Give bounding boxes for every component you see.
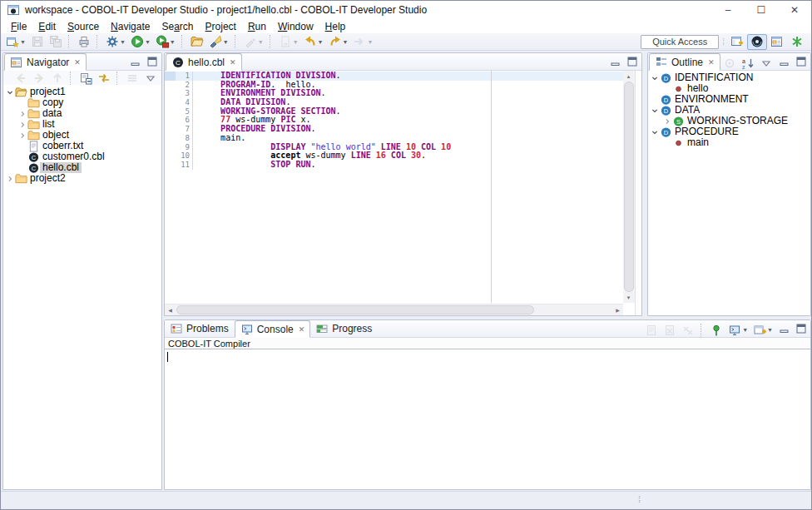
remove-launch-button[interactable] <box>661 322 679 338</box>
close-button[interactable]: ✕ <box>778 1 811 19</box>
scroll-down-icon[interactable]: ▼ <box>623 292 634 303</box>
forward-button[interactable] <box>30 72 48 85</box>
marker-bar[interactable] <box>165 125 176 134</box>
tab-outline[interactable]: Outline ✕ <box>649 53 720 71</box>
console-output[interactable] <box>165 350 810 489</box>
print-button[interactable] <box>75 34 93 50</box>
marker-bar[interactable] <box>165 81 176 90</box>
open-console-button[interactable]: ▼ <box>750 322 775 338</box>
marker-bar[interactable] <box>165 116 176 125</box>
menu-file[interactable]: File <box>5 20 32 33</box>
close-tab-icon[interactable]: ✕ <box>72 58 81 67</box>
dropdown-arrow-icon[interactable]: ▼ <box>170 39 176 45</box>
pin-console-button[interactable] <box>707 322 725 338</box>
open-perspective-button[interactable] <box>727 34 747 50</box>
code-line-11[interactable]: 11 STOP RUN. <box>165 161 623 170</box>
menu-window[interactable]: Window <box>272 20 319 33</box>
last-edit-location-button[interactable]: ▼ <box>350 34 375 50</box>
view-menu-button[interactable] <box>141 72 160 85</box>
new-button[interactable]: ▼ <box>3 34 28 50</box>
menu-search[interactable]: Search <box>156 20 199 33</box>
minimize-view-button[interactable] <box>128 55 143 68</box>
marker-bar[interactable] <box>165 143 176 152</box>
tree-chevron-icon[interactable] <box>650 106 660 116</box>
debug-perspective-button[interactable] <box>787 34 807 50</box>
tab-problems[interactable]: Problems <box>165 319 234 337</box>
minimize-view-button[interactable] <box>777 55 792 68</box>
next-annotation-button[interactable]: ▼ <box>276 34 301 50</box>
marker-bar[interactable] <box>165 72 176 81</box>
minimize-button[interactable]: – <box>711 1 745 19</box>
open-copybook-button[interactable] <box>188 34 206 50</box>
dropdown-arrow-icon[interactable]: ▼ <box>20 39 26 45</box>
up-button[interactable] <box>48 72 67 85</box>
save-all-button[interactable] <box>47 34 65 50</box>
cobol-perspective-button[interactable] <box>747 34 767 50</box>
close-tab-icon[interactable]: ✕ <box>706 58 715 67</box>
resource-perspective-button[interactable] <box>767 34 787 50</box>
scroll-left-icon[interactable]: ◀ <box>165 305 176 315</box>
tree-chevron-icon[interactable] <box>17 131 27 141</box>
horizontal-scrollbar[interactable]: ◀ ▶ <box>165 304 623 315</box>
back-button[interactable]: ▼ <box>301 34 326 50</box>
tree-chevron-icon[interactable] <box>650 127 660 137</box>
tree-chevron-icon[interactable] <box>5 174 15 184</box>
menu-navigate[interactable]: Navigate <box>105 20 156 33</box>
menu-project[interactable]: Project <box>200 20 242 33</box>
scroll-up-icon[interactable]: ▲ <box>623 71 634 82</box>
focus-button[interactable] <box>720 55 739 71</box>
clear-console-button[interactable] <box>642 322 661 338</box>
dropdown-arrow-icon[interactable]: ▼ <box>120 39 126 45</box>
dropdown-arrow-icon[interactable]: ▼ <box>145 39 151 45</box>
scroll-right-icon[interactable]: ▶ <box>612 305 623 315</box>
scrollbar-thumb[interactable] <box>624 82 634 292</box>
maximize-view-button[interactable] <box>625 55 640 68</box>
marker-bar[interactable] <box>165 161 176 170</box>
tree-chevron-icon[interactable] <box>5 87 15 97</box>
tab-console[interactable]: Console✕ <box>235 320 311 338</box>
minimize-view-button[interactable] <box>608 55 623 68</box>
tab-navigator[interactable]: Navigator ✕ <box>4 53 87 71</box>
maximize-view-button[interactable] <box>794 322 809 335</box>
link-with-editor-button[interactable] <box>95 72 113 85</box>
marker-bar[interactable] <box>165 134 176 143</box>
sort-button[interactable]: az <box>739 55 757 71</box>
marker-bar[interactable] <box>165 89 176 98</box>
dropdown-arrow-icon[interactable]: ▼ <box>223 39 229 45</box>
forward-button[interactable]: ▼ <box>326 34 351 50</box>
filters-button[interactable] <box>123 72 141 85</box>
menu-source[interactable]: Source <box>62 20 105 33</box>
display-selected-console-button[interactable]: ▼ <box>725 322 750 338</box>
dropdown-arrow-icon[interactable]: ▼ <box>258 39 264 45</box>
maximize-view-button[interactable] <box>794 55 809 68</box>
dropdown-arrow-icon[interactable]: ▼ <box>367 39 373 45</box>
maximize-button[interactable]: ☐ <box>745 1 778 19</box>
tab-hello-cbl[interactable]: C hello.cbl ✕ <box>166 53 242 71</box>
mark-occurrences-button[interactable]: ▼ <box>241 34 266 50</box>
overview-ruler[interactable] <box>635 71 641 315</box>
marker-bar[interactable] <box>165 98 176 107</box>
dropdown-arrow-icon[interactable]: ▼ <box>343 39 349 45</box>
scrollbar-thumb[interactable] <box>176 305 534 314</box>
dropdown-arrow-icon[interactable]: ▼ <box>318 39 324 45</box>
code-editor[interactable]: 1 IDENTIFICATION DIVISION.2 PROGRAM-ID. … <box>165 71 641 315</box>
outline-item-environment[interactable]: DENVIRONMENT <box>648 94 810 105</box>
dropdown-arrow-icon[interactable]: ▼ <box>742 327 748 333</box>
search-button[interactable]: ▼ <box>206 34 231 50</box>
vertical-scrollbar[interactable]: ▲ ▼ <box>623 71 635 303</box>
dropdown-arrow-icon[interactable]: ▼ <box>293 39 299 45</box>
save-button[interactable] <box>28 34 47 50</box>
close-tab-icon[interactable]: ✕ <box>297 325 305 334</box>
minimize-view-button[interactable] <box>777 322 792 335</box>
menu-edit[interactable]: Edit <box>32 20 62 33</box>
marker-bar[interactable] <box>165 151 176 161</box>
maximize-view-button[interactable] <box>145 55 160 68</box>
view-menu-button[interactable] <box>757 55 775 71</box>
remove-all-launches-button[interactable] <box>679 322 697 338</box>
debug-button[interactable]: ▼ <box>103 34 128 50</box>
marker-bar[interactable] <box>165 107 176 116</box>
quick-access[interactable]: Quick Access <box>641 35 719 49</box>
close-tab-icon[interactable]: ✕ <box>228 58 236 67</box>
back-button[interactable] <box>12 72 30 85</box>
navigator-item-project2[interactable]: project2 <box>3 173 161 184</box>
